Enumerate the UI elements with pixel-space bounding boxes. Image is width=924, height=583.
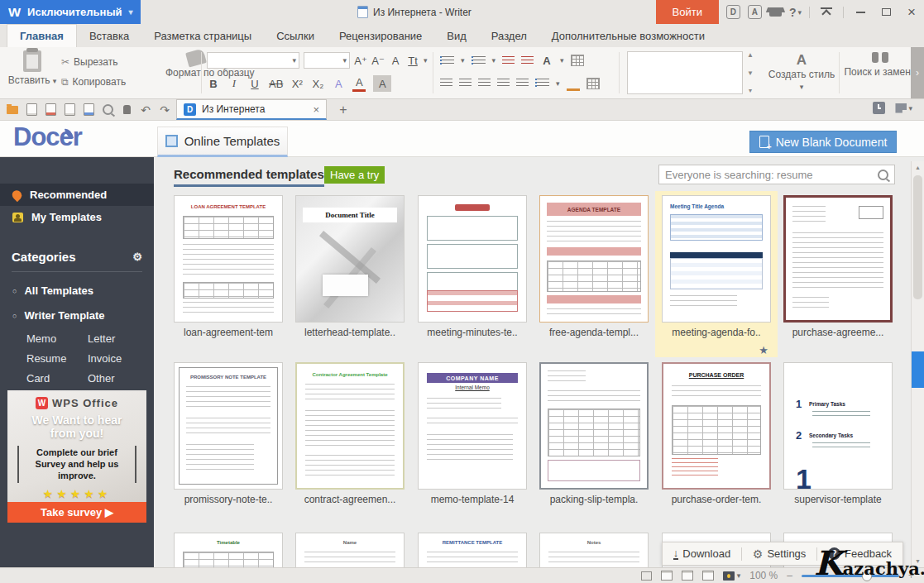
clear-formatting-button[interactable]: A: [389, 52, 402, 69]
print-preview-button[interactable]: [81, 102, 96, 117]
template-card-selected[interactable]: Meeting Title Agenda meeting-agenda-fo..: [662, 195, 771, 338]
styles-gallery[interactable]: [627, 51, 743, 94]
have-a-try-badge[interactable]: Have a try: [324, 166, 385, 184]
save-button[interactable]: [24, 102, 39, 117]
styles-more-icon[interactable]: ▾: [749, 87, 752, 94]
text-effects-button[interactable]: A: [332, 75, 345, 92]
scroll-up-button[interactable]: ▲: [912, 161, 924, 174]
scrollbar-thumb[interactable]: [913, 175, 922, 299]
find-replace-button[interactable]: Поиск и замена: [842, 52, 918, 78]
bold-button[interactable]: B: [207, 75, 220, 92]
styles-down-icon[interactable]: ▼: [747, 69, 754, 77]
template-card[interactable]: Name: [295, 533, 405, 567]
template-card[interactable]: Timetable: [174, 533, 283, 567]
template-card[interactable]: LOAN AGREEMENT TEMPLATE loan-agreement-t…: [174, 195, 283, 338]
settings-button[interactable]: ⚙ Settings: [753, 547, 807, 561]
close-button[interactable]: ×: [902, 4, 921, 21]
distribute-icon[interactable]: [516, 79, 529, 88]
tab-insert[interactable]: Вставка: [77, 25, 141, 47]
change-case-button[interactable]: Tt: [406, 52, 419, 69]
search-box[interactable]: Everyone is searching: resume: [658, 165, 895, 184]
undo-button[interactable]: ↶: [138, 102, 153, 117]
template-card[interactable]: PROMISSORY NOTE TEMPLATE promissory-note…: [174, 362, 283, 505]
open-button[interactable]: [5, 102, 20, 117]
skin-icon[interactable]: [769, 7, 782, 17]
strikethrough-button[interactable]: AB: [269, 75, 283, 92]
chevron-down-icon[interactable]: ▾: [556, 79, 560, 88]
layout-switch-button[interactable]: ▾: [895, 103, 912, 113]
collapse-ribbon-button[interactable]: [817, 4, 835, 21]
tab-section[interactable]: Раздел: [479, 25, 539, 47]
export-pdf-button[interactable]: [43, 102, 58, 117]
sidebar-item-writer-template[interactable]: ○ Writer Template: [0, 309, 154, 322]
font-size-combobox[interactable]: ▾: [304, 52, 350, 69]
tab-online-templates[interactable]: Online Templates: [157, 127, 288, 157]
tab-page-layout[interactable]: Разметка страницы: [141, 25, 264, 47]
web-layout-icon[interactable]: [682, 571, 693, 581]
superscript-button[interactable]: X²: [290, 75, 304, 92]
shading-color-icon[interactable]: [567, 75, 580, 91]
sidebar-item-recommended[interactable]: Recommended: [0, 184, 154, 206]
sidebar-item-all-templates[interactable]: ○ All Templates: [0, 284, 154, 297]
chevron-down-icon[interactable]: ▾: [560, 56, 564, 65]
close-tab-icon[interactable]: ×: [313, 103, 319, 116]
subcategory-resume[interactable]: Resume: [26, 352, 88, 365]
history-icon[interactable]: [873, 102, 885, 114]
subcategory-invoice[interactable]: Invoice: [88, 352, 154, 365]
align-right-icon[interactable]: [478, 79, 491, 88]
increase-indent-icon[interactable]: [521, 56, 534, 65]
underline-button[interactable]: U: [248, 75, 261, 92]
ribbon-overflow-button[interactable]: ›: [911, 47, 924, 98]
align-center-icon[interactable]: [459, 79, 472, 88]
tab-home[interactable]: Главная: [7, 24, 77, 47]
minimize-button[interactable]: [851, 4, 869, 21]
favorite-star-icon[interactable]: ★: [759, 344, 768, 356]
take-survey-button[interactable]: Take survey ▶: [7, 502, 146, 523]
table-icon[interactable]: [571, 55, 584, 66]
vertical-scrollbar[interactable]: ▲ ▼: [911, 161, 924, 567]
new-blank-document-button[interactable]: New Blank Document: [749, 131, 897, 153]
docer-badge-icon[interactable]: D: [726, 5, 740, 19]
fullscreen-view-icon[interactable]: [641, 571, 652, 581]
subscript-button[interactable]: X₂: [311, 75, 324, 92]
template-card[interactable]: AGENDA TEMPLATE free-agenda-templ...: [539, 195, 649, 338]
presentation-mode-button[interactable]: ▾: [723, 571, 741, 581]
cut-button[interactable]: ✂ Вырезать: [61, 52, 126, 72]
borders-icon[interactable]: [586, 78, 600, 89]
shrink-font-button[interactable]: A⁻: [371, 52, 385, 69]
font-color-button[interactable]: A: [352, 76, 366, 92]
italic-button[interactable]: I: [227, 75, 241, 92]
print-button[interactable]: [62, 102, 77, 117]
grow-font-button[interactable]: A⁺: [354, 52, 367, 69]
chevron-down-icon[interactable]: ▾: [492, 56, 496, 65]
gear-icon[interactable]: ⚙: [132, 251, 142, 263]
template-card[interactable]: Document Title letterhead-template..: [295, 195, 405, 338]
document-tab[interactable]: D Из Интернета ×: [176, 99, 327, 120]
chevron-down-icon[interactable]: ▾: [129, 7, 133, 17]
find-button[interactable]: [100, 102, 115, 117]
subcategory-other[interactable]: Other: [88, 372, 154, 385]
line-spacing-icon[interactable]: [535, 79, 549, 88]
template-card[interactable]: Contractor Agreement Template contract-a…: [295, 362, 405, 505]
char-shading-button[interactable]: A: [373, 75, 391, 92]
template-card[interactable]: meeting-minutes-te..: [418, 195, 527, 338]
sidebar-item-my-templates[interactable]: My Templates: [0, 206, 154, 228]
template-card[interactable]: COMPANY NAME Internal Memo memo-template…: [418, 362, 527, 505]
subcategory-letter[interactable]: Letter: [88, 332, 154, 345]
numbered-list-icon[interactable]: [472, 56, 486, 65]
font-name-combobox[interactable]: ▾: [207, 52, 299, 69]
template-card[interactable]: purchase-agreeme...: [783, 195, 893, 338]
new-tab-button[interactable]: +: [334, 100, 352, 119]
align-left-icon[interactable]: [440, 79, 452, 88]
download-button[interactable]: ↓ Download: [673, 547, 730, 560]
bullet-list-icon[interactable]: [440, 56, 454, 65]
survey-ad[interactable]: W WPS Office We Want to hear from you! C…: [7, 390, 146, 523]
paste-button[interactable]: Вставить ▾: [7, 50, 58, 86]
decrease-indent-icon[interactable]: [502, 56, 515, 65]
app-tab[interactable]: W Исключительный ▾: [0, 0, 141, 24]
tab-review[interactable]: Рецензирование: [327, 25, 434, 47]
styles-up-icon[interactable]: ▲: [747, 51, 754, 59]
page-view-icon[interactable]: [661, 571, 673, 581]
login-button[interactable]: Войти: [656, 0, 719, 24]
copy-button[interactable]: ⧉ Копировать: [61, 72, 126, 92]
